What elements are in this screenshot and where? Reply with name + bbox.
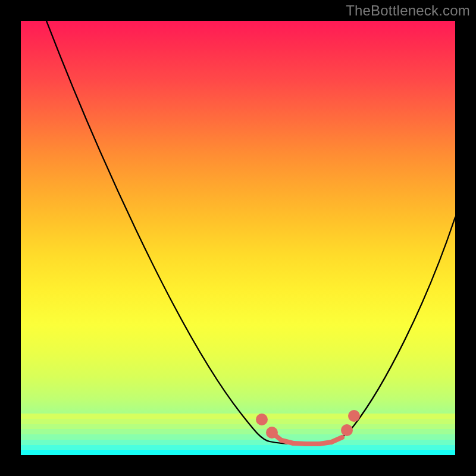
optimum-markers [258, 412, 358, 444]
watermark-text: TheBottleneck.com [346, 2, 470, 19]
curve-layer [21, 21, 455, 455]
svg-line-7 [331, 437, 342, 442]
svg-point-9 [350, 412, 358, 419]
svg-point-0 [258, 416, 265, 423]
plot-area [21, 21, 455, 455]
svg-point-8 [343, 427, 350, 434]
bottleneck-curve [46, 21, 455, 444]
chart-frame: TheBottleneck.com [0, 0, 476, 476]
